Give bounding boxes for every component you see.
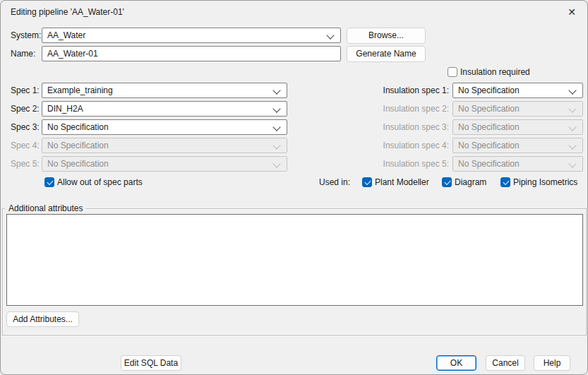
chevron-down-icon [272, 105, 280, 112]
insulation-spec2-value: No Specification [458, 104, 520, 114]
chevron-down-icon [568, 86, 576, 94]
insulation-spec1-label: Insulation spec 1: [340, 83, 449, 98]
edit-sql-data-button[interactable]: Edit SQL Data [121, 355, 181, 371]
allow-out-of-spec-checkbox[interactable] [44, 177, 54, 187]
spec4-value: No Specification [47, 141, 109, 150]
chevron-down-icon [272, 160, 280, 167]
insulation-spec5-value: No Specification [458, 159, 520, 169]
system-label: System: [11, 28, 41, 43]
used-in-diagram-label[interactable]: Diagram [455, 177, 486, 188]
used-in-piping-isometrics-checkbox[interactable] [500, 177, 510, 187]
spec1-label: Spec 1: [11, 83, 40, 98]
name-input[interactable]: AA_Water-01 [42, 46, 341, 61]
dialog-title: Editing pipeline 'AA_Water-01' [11, 7, 124, 17]
spec2-value: DIN_H2A [47, 104, 83, 114]
spec4-label: Spec 4: [11, 138, 40, 153]
add-attributes-button[interactable]: Add Attributes... [6, 311, 79, 327]
chevron-down-icon [568, 123, 576, 131]
checkmark-icon [503, 179, 509, 185]
insulation-spec2-combobox[interactable]: No Specification [452, 101, 583, 117]
checkmark-icon [47, 179, 53, 185]
additional-attributes-group-label: Additional attributes [5, 203, 86, 213]
insulation-required-checkbox[interactable] [448, 67, 457, 77]
name-label: Name: [11, 46, 35, 61]
insulation-spec3-value: No Specification [458, 122, 520, 132]
generate-name-button[interactable]: Generate Name [347, 46, 426, 62]
allow-out-of-spec-label[interactable]: Allow out of spec parts [57, 177, 143, 188]
insulation-spec1-combobox[interactable]: No Specification [452, 83, 583, 98]
insulation-required-label[interactable]: Insulation required [460, 67, 530, 78]
spec1-combobox[interactable]: Example_training [42, 83, 287, 98]
chevron-down-icon [272, 141, 280, 149]
spec1-value: Example_training [47, 85, 113, 95]
system-combobox[interactable]: AA_Water [42, 28, 341, 43]
close-icon: ✕ [568, 6, 576, 18]
checkmark-icon [364, 179, 371, 185]
used-in-plant-modeller-label[interactable]: Plant Modeller [375, 177, 429, 188]
used-in-diagram-checkbox[interactable] [442, 177, 452, 187]
spec5-label: Spec 5: [11, 156, 40, 172]
insulation-spec4-combobox[interactable]: No Specification [452, 138, 583, 153]
close-button[interactable]: ✕ [560, 3, 583, 21]
insulation-spec4-value: No Specification [458, 141, 520, 150]
insulation-spec5-label: Insulation spec 5: [340, 156, 449, 172]
spec2-combobox[interactable]: DIN_H2A [42, 101, 287, 117]
insulation-spec1-value: No Specification [458, 85, 520, 95]
spec4-combobox[interactable]: No Specification [42, 138, 287, 153]
chevron-down-icon [568, 160, 576, 167]
additional-attributes-area[interactable] [6, 214, 583, 306]
insulation-spec4-label: Insulation spec 4: [340, 138, 449, 153]
spec5-combobox[interactable]: No Specification [42, 156, 287, 172]
insulation-spec5-combobox[interactable]: No Specification [452, 156, 583, 172]
used-in-plant-modeller-checkbox[interactable] [362, 177, 372, 187]
spec2-label: Spec 2: [11, 101, 40, 117]
ok-button[interactable]: OK [436, 355, 476, 371]
spec3-combobox[interactable]: No Specification [42, 119, 287, 135]
used-in-piping-isometrics-label[interactable]: Piping Isometrics [513, 177, 577, 188]
checkmark-icon [444, 179, 450, 185]
chevron-down-icon [326, 31, 334, 39]
browse-button[interactable]: Browse... [347, 28, 426, 44]
insulation-spec3-label: Insulation spec 3: [340, 119, 449, 135]
spec3-value: No Specification [47, 122, 109, 132]
chevron-down-icon [272, 86, 280, 94]
chevron-down-icon [272, 123, 280, 131]
spec3-label: Spec 3: [11, 119, 40, 135]
system-value: AA_Water [47, 30, 85, 40]
help-button[interactable]: Help [534, 355, 570, 371]
spec5-value: No Specification [47, 159, 109, 169]
edit-pipeline-dialog: Editing pipeline 'AA_Water-01' ✕ System:… [0, 0, 588, 375]
cancel-button[interactable]: Cancel [486, 355, 525, 371]
chevron-down-icon [568, 141, 576, 149]
insulation-spec2-label: Insulation spec 2: [340, 101, 449, 117]
used-in-label: Used in: [311, 177, 350, 188]
chevron-down-icon [568, 105, 576, 112]
insulation-spec3-combobox[interactable]: No Specification [452, 119, 583, 135]
